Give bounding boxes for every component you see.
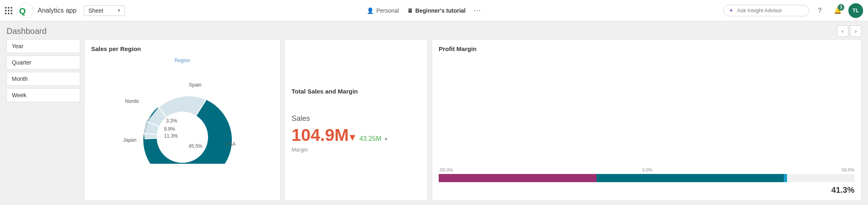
positive-bar [597,174,784,182]
spain-label: Spain [189,82,202,88]
prev-sheet-button[interactable]: ‹ [837,25,848,37]
negative-bar [439,174,597,182]
profit-percentage: 41.3% [439,185,855,195]
sparkle-icon: ✦ [729,7,734,14]
filter-month[interactable]: Month [7,72,80,86]
usa-pct: 45.5% [188,143,202,149]
total-sales-card: Total Sales and Margin Sales 104.9M ▾ 43… [285,39,428,201]
axis-left-label: -50.0% [439,167,453,172]
notifications-button[interactable]: 🔔 3 [830,3,845,18]
personal-button[interactable]: 👤 Personal [367,7,399,14]
charts-area: Sales per Region Region [84,39,861,201]
sales-region-title: Sales per Region [91,45,274,52]
usa-label: USA [225,141,236,147]
dashboard-header: Dashboard ‹ › [0,21,868,39]
notification-badge: 3 [838,4,844,11]
user-avatar[interactable]: TL [848,3,863,18]
japan-label: Japan [123,137,137,143]
insight-advisor-search[interactable]: ✦ [723,5,809,16]
grid-menu-icon[interactable] [5,7,12,14]
total-sales-title: Total Sales and Margin [292,88,421,95]
next-sheet-button[interactable]: › [850,25,861,37]
app-header: Q Analytics app Sheet ▾ 👤 Personal 🖥 Beg… [0,0,868,21]
arrow-down-icon: ▾ [350,130,355,144]
app-title: Analytics app [38,7,76,14]
sales-region-card: Sales per Region Region [84,39,280,201]
japan-pct: 11.3% [164,133,178,139]
filter-quarter[interactable]: Quarter [7,56,80,69]
main-content: Year Quarter Month Week Sales per Region… [0,39,868,205]
axis-mid-label: 0.0% [642,167,653,172]
tutorial-label: Beginner's tutorial [415,7,466,14]
chevron-down-icon: ▾ [118,8,120,13]
axis-right-label: 50.0% [842,167,855,172]
sheet-dropdown[interactable]: Sheet ▾ [84,5,125,16]
donut-chart: Region [91,56,274,166]
monitor-icon: 🖥 [407,7,413,14]
margin-value: 43.25M ▾ [359,135,388,143]
help-button[interactable]: ? [812,3,827,18]
dashboard-container: Dashboard ‹ › Year Quarter Month Week Sa… [0,21,868,205]
nordic-label: Nordic [125,98,139,104]
profit-margin-title: Profit Margin [439,45,855,52]
sales-label: Sales [292,114,421,123]
person-icon: 👤 [367,7,374,14]
sales-value: 104.9M [292,125,349,145]
personal-label: Personal [376,7,399,14]
margin-label: Margin [292,147,421,153]
axis-labels: -50.0% 0.0% 50.0% [439,167,855,172]
header-right: ✦ ? 🔔 3 TL [723,3,863,18]
filter-week[interactable]: Week [7,88,80,102]
tutorial-button[interactable]: 🖥 Beginner's tutorial [407,7,466,14]
qlik-logo[interactable]: Q [18,3,34,18]
profit-margin-bar [439,174,855,182]
profit-margin-card: Profit Margin -50.0% 0.0% 50.0% 41.3% [432,39,861,201]
insight-advisor-input[interactable] [737,7,798,13]
filters-panel: Year Quarter Month Week [7,39,80,201]
accent-bar [784,174,787,182]
dashboard-title: Dashboard [7,27,47,36]
header-center: 👤 Personal 🖥 Beginner's tutorial ··· [129,6,719,15]
margin-sub-label: ▾ [385,136,388,142]
spain-pct: 3.3% [166,118,177,124]
filter-year[interactable]: Year [7,39,80,53]
nordic-pct: 9.9% [164,126,175,132]
sheet-label: Sheet [88,7,103,14]
nav-arrows: ‹ › [837,25,861,37]
svg-text:Q: Q [19,6,26,15]
more-options-button[interactable]: ··· [474,6,481,15]
